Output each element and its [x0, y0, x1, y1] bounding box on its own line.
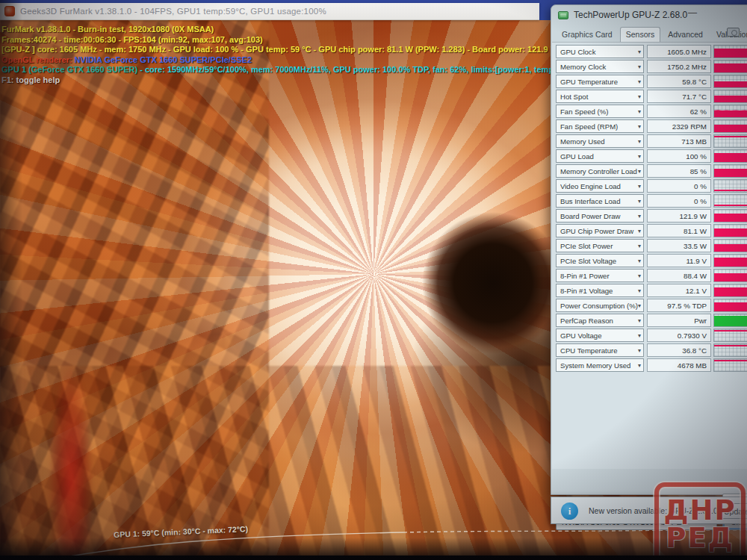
- sensor-history-graph: [713, 358, 747, 372]
- graph-fill: [714, 169, 747, 177]
- sensor-label-dropdown[interactable]: GPU Clock ▾: [556, 45, 644, 58]
- minimize-button[interactable]: —: [684, 7, 701, 20]
- furmark-titlebar[interactable]: Geeks3D FurMark v1.38.1.0 - 104FPS, GPU1…: [0, 3, 539, 20]
- sensor-label-dropdown[interactable]: Fan Speed (%) ▾: [556, 105, 644, 118]
- sensor-row: 8-Pin #1 Voltage ▾ 12.1 V: [552, 283, 747, 298]
- sensor-history-graph: [713, 254, 747, 267]
- sensor-history-graph: [713, 224, 747, 237]
- sensor-label-dropdown[interactable]: Hot Spot ▾: [556, 90, 644, 103]
- sensor-row: GPU Clock ▾ 1605.0 MHz: [552, 44, 747, 59]
- sensor-label-dropdown[interactable]: Memory Clock ▾: [556, 60, 644, 73]
- sensor-label: PerfCap Reason: [560, 317, 638, 325]
- sensor-label-dropdown[interactable]: PCIe Slot Voltage ▾: [556, 254, 644, 267]
- sensor-value: 71.7 °C: [647, 90, 711, 103]
- sensor-label: PCIe Slot Voltage: [560, 257, 638, 265]
- sensor-history-graph: [713, 90, 747, 103]
- sensor-label: Memory Used: [560, 137, 638, 146]
- watermark-line-1: ДНР: [663, 497, 736, 524]
- sensor-label-dropdown[interactable]: Board Power Draw ▾: [556, 209, 644, 223]
- graph-fill: [714, 153, 747, 162]
- sensor-value: Pwr: [647, 314, 711, 327]
- dropdown-arrow-icon: ▾: [638, 347, 641, 354]
- gpuz-titlebar[interactable]: TechPowerUp GPU-Z 2.68.0: [551, 5, 747, 25]
- sensor-value: 81.1 W: [647, 224, 711, 237]
- sensor-row: System Memory Used ▾ 4678 MB: [552, 358, 747, 373]
- sensor-label-dropdown[interactable]: PCIe Slot Power ▾: [556, 239, 644, 252]
- sensor-label-dropdown[interactable]: System Memory Used ▾: [556, 358, 644, 372]
- dropdown-arrow-icon: ▾: [638, 213, 641, 220]
- sensor-history-graph: [713, 105, 747, 118]
- sensor-label-dropdown[interactable]: Power Consumption (%) ▾: [556, 299, 644, 312]
- sensor-label-dropdown[interactable]: Memory Controller Load ▾: [556, 164, 644, 178]
- sensor-row: PerfCap Reason ▾ Pwr: [552, 313, 747, 328]
- sensor-history-graph: [713, 75, 747, 88]
- sensor-rows: GPU Clock ▾ 1605.0 MHz Memory Clock ▾ 17…: [552, 44, 747, 373]
- screenshot-camera-icon[interactable]: [727, 28, 740, 37]
- sensor-label-dropdown[interactable]: 8-Pin #1 Voltage ▾: [556, 284, 644, 297]
- sensor-value: 0 %: [647, 194, 711, 208]
- sensor-history-graph: [713, 45, 747, 58]
- dropdown-arrow-icon: ▾: [638, 138, 641, 145]
- sensor-label-dropdown[interactable]: 8-Pin #1 Power ▾: [556, 269, 644, 282]
- dropdown-arrow-icon: ▾: [638, 49, 641, 55]
- sensor-row: Fan Speed (RPM) ▾ 2329 RPM: [552, 119, 747, 134]
- tab-graphics-card[interactable]: Graphics Card: [556, 27, 619, 42]
- sensor-label-dropdown[interactable]: Bus Interface Load ▾: [556, 194, 644, 208]
- sensor-label: GPU Clock: [560, 48, 638, 56]
- sensor-label-dropdown[interactable]: CPU Temperature ▾: [556, 343, 644, 357]
- sensor-value: 1605.0 MHz: [647, 45, 711, 58]
- sensor-row: Memory Clock ▾ 1750.2 MHz: [552, 59, 747, 74]
- gpuz-window: TechPowerUp GPU-Z 2.68.0 — Graphics Card…: [551, 4, 747, 495]
- sensor-label: Power Consumption (%): [560, 302, 638, 310]
- gpuz-tab-bar: Graphics Card Sensors Advanced Validatio…: [556, 26, 747, 42]
- dropdown-arrow-icon: ▾: [638, 168, 641, 175]
- graph-fill: [714, 258, 747, 267]
- sensor-label-dropdown[interactable]: GPU Voltage ▾: [556, 329, 644, 342]
- dropdown-arrow-icon: ▾: [638, 287, 641, 294]
- sensor-row: GPU Load ▾ 100 %: [552, 149, 747, 164]
- sensor-row: Hot Spot ▾ 71.7 °C: [552, 89, 747, 104]
- sensor-row: Bus Interface Load ▾ 0 %: [552, 193, 747, 208]
- gpuz-app-icon: [558, 11, 568, 19]
- sensor-value: 4678 MB: [647, 358, 711, 372]
- osd-line-version: FurMark v1.38.1.0 - Burn-in test, 1920x1…: [1, 25, 551, 35]
- sensor-label-dropdown[interactable]: Memory Used ▾: [556, 134, 644, 148]
- sensor-row: Board Power Draw ▾ 121.9 W: [552, 208, 747, 223]
- tab-sensors[interactable]: Sensors: [620, 27, 661, 43]
- sensor-label: GPU Temperature: [560, 78, 638, 86]
- sensor-row: PCIe Slot Power ▾ 33.5 W: [552, 238, 747, 253]
- tab-advanced[interactable]: Advanced: [662, 27, 709, 42]
- dropdown-arrow-icon: ▾: [638, 362, 641, 369]
- sensor-value: 12.1 V: [647, 284, 711, 297]
- dropdown-arrow-icon: ▾: [638, 273, 641, 279]
- dropdown-arrow-icon: ▾: [638, 243, 641, 249]
- sensor-label-dropdown[interactable]: GPU Temperature ▾: [556, 75, 644, 88]
- sensor-label: GPU Voltage: [560, 332, 638, 340]
- osd-line-gpu1: GPU 1 (GeForce GTX 1660 SUPER) - core: 1…: [1, 65, 551, 75]
- sensor-label: GPU Load: [560, 152, 638, 161]
- sensor-label-dropdown[interactable]: Fan Speed (RPM) ▾: [556, 119, 644, 133]
- sensor-label-dropdown[interactable]: GPU Chip Power Draw ▾: [556, 224, 644, 237]
- dropdown-arrow-icon: ▾: [638, 317, 641, 324]
- dropdown-arrow-icon: ▾: [638, 228, 641, 234]
- photo-watermark-stamp: ДНР РЕД: [654, 482, 746, 560]
- sensor-label-dropdown[interactable]: PerfCap Reason ▾: [556, 314, 644, 327]
- sensor-value: 97.5 % TDP: [647, 299, 711, 312]
- graph-fill: [714, 302, 747, 311]
- osd-line-frames: Frames:40274 - time:00:06:30 - FPS:104 (…: [1, 35, 551, 46]
- sensor-history-graph: [713, 239, 747, 252]
- osd-renderer-label: OpenGL renderer:: [1, 55, 72, 64]
- furmark-osd: FurMark v1.38.1.0 - Burn-in test, 1920x1…: [1, 25, 551, 85]
- graph-fill: [714, 81, 747, 87]
- graph-line: [714, 205, 747, 206]
- graph-line: [714, 360, 747, 361]
- sensor-row: Memory Used ▾ 713 MB: [552, 134, 747, 149]
- graph-fill: [714, 63, 747, 72]
- graph-fill: [714, 244, 747, 252]
- sensor-label-dropdown[interactable]: GPU Load ▾: [556, 149, 644, 163]
- dropdown-arrow-icon: ▾: [638, 78, 641, 85]
- sensor-row: CPU Temperature ▾ 36.8 °C: [552, 343, 747, 358]
- dropdown-arrow-icon: ▾: [638, 198, 641, 205]
- sensor-label-dropdown[interactable]: Video Engine Load ▾: [556, 179, 644, 193]
- sensor-value: 59.8 °C: [647, 75, 711, 88]
